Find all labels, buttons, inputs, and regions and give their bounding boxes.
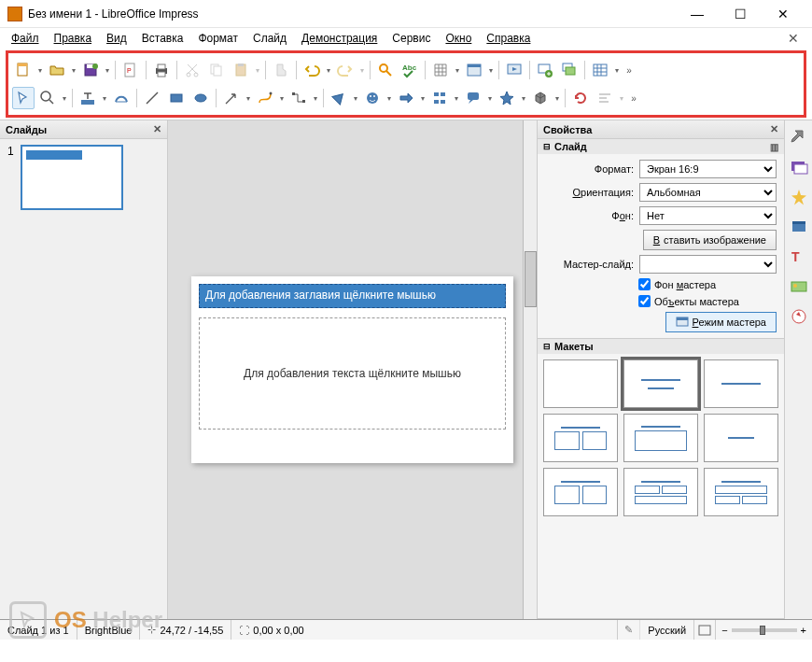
menu-slideshow[interactable]: Демонстрация [296,30,383,47]
block-arrows-tool[interactable] [395,87,417,109]
curves-dropdown[interactable]: ▾ [278,94,286,103]
slide-canvas[interactable]: Для добавления заглавия щёлкните мышью Д… [191,276,513,463]
save-button[interactable] [79,59,102,81]
block-arrows-dropdown[interactable]: ▾ [419,94,427,103]
cut-button[interactable] [181,59,203,81]
slide-thumbnail-1[interactable] [21,145,123,210]
symbol-shapes-dropdown[interactable]: ▾ [385,94,393,103]
align-dropdown[interactable]: ▾ [618,94,625,103]
insert-slide-button[interactable] [534,59,556,81]
orientation-select[interactable]: Альбомная [639,183,777,202]
redo-button[interactable] [334,59,357,81]
redo-dropdown[interactable]: ▾ [358,66,366,75]
layout-blank[interactable] [543,359,618,408]
sidebar-tab-animation[interactable] [790,188,808,206]
callouts-dropdown[interactable]: ▾ [486,94,494,103]
layout-title-content[interactable] [623,359,698,408]
sidebar-tab-styles[interactable]: T [790,247,808,266]
master-slide-select[interactable] [639,255,777,274]
master-objects-checkbox[interactable]: Объекты мастера [638,295,777,307]
undo-dropdown[interactable]: ▾ [325,66,332,75]
stars-dropdown[interactable]: ▾ [520,94,527,103]
layout-title-only[interactable] [704,359,778,408]
select-tool[interactable] [12,87,35,109]
menu-format[interactable]: Формат [192,30,244,47]
menu-insert[interactable]: Вставка [136,30,189,47]
connectors-tool[interactable] [287,87,310,109]
flowchart-dropdown[interactable]: ▾ [453,94,460,103]
paste-button[interactable] [230,59,252,81]
open-dropdown[interactable]: ▾ [70,66,77,75]
layout-title-two-content-v[interactable] [543,468,618,516]
sidebar-tab-navigator[interactable] [790,307,808,326]
editor-vertical-scrollbar[interactable] [523,120,537,619]
insert-textbox-dropdown[interactable]: ▾ [101,94,108,103]
menu-help[interactable]: Справка [481,30,536,47]
maximize-button[interactable]: ☐ [719,0,762,28]
duplicate-slide-button[interactable] [558,59,581,81]
slides-thumbnail-area[interactable]: 1 [0,139,167,619]
zoom-slider[interactable]: − + [716,625,812,636]
minimize-button[interactable]: — [676,0,719,28]
3d-objects-dropdown[interactable]: ▾ [553,94,561,103]
grid-dropdown[interactable]: ▾ [454,66,461,75]
insert-table-button[interactable] [589,59,611,81]
spellcheck-button[interactable]: Abc [399,59,421,81]
close-button[interactable]: ✕ [762,0,805,28]
zoom-out-icon[interactable]: − [721,625,727,636]
sidebar-tab-master-slides[interactable] [790,218,808,236]
slide-editor[interactable]: Для добавления заглавия щёлкните мышью Д… [168,120,537,619]
basic-shapes-dropdown[interactable]: ▾ [352,94,359,103]
layout-title-1-over-2[interactable] [704,468,778,516]
new-doc-button[interactable] [12,59,35,81]
paste-dropdown[interactable]: ▾ [254,66,261,75]
menu-view[interactable]: Вид [101,30,133,47]
body-placeholder[interactable]: Для добавления текста щёлкните мышью [199,317,506,430]
layout-content-only[interactable] [623,414,698,462]
title-placeholder[interactable]: Для добавления заглавия щёлкните мышью [199,284,506,308]
align-objects-tool[interactable] [594,87,616,109]
slide-section-header[interactable]: ⊟ Слайд ▥ [538,139,784,154]
flowchart-tool[interactable] [428,87,451,109]
new-doc-dropdown[interactable]: ▾ [36,66,44,75]
3d-objects-tool[interactable] [529,87,552,109]
open-button[interactable] [46,59,68,81]
slide-section-more-icon[interactable]: ▥ [770,142,778,152]
grid-button[interactable] [429,59,452,81]
insert-textbox-button[interactable] [77,87,99,109]
curves-tool[interactable] [254,87,276,109]
callouts-tool[interactable] [462,87,484,109]
zoom-in-icon[interactable]: + [801,625,806,636]
zoom-dropdown[interactable]: ▾ [61,94,68,103]
symbol-shapes-tool[interactable] [361,87,384,109]
master-mode-button[interactable]: Режим мастера [665,312,777,332]
properties-close-icon[interactable]: ✕ [770,123,778,135]
layout-title-2-over-1[interactable] [623,468,698,516]
status-fit-page-icon[interactable] [694,620,716,640]
insert-image-button[interactable]: Вставить изображение [643,230,777,250]
lines-arrows-dropdown[interactable]: ▾ [245,94,252,103]
menu-window[interactable]: Окно [440,30,477,47]
master-bg-checkbox[interactable]: Фон мастера [638,278,777,290]
format-select[interactable]: Экран 16:9 [639,160,777,178]
menu-file[interactable]: Файл [6,30,45,47]
sidebar-tab-properties[interactable] [790,128,808,147]
sidebar-tab-gallery[interactable] [790,277,808,296]
undo-button[interactable] [301,59,323,81]
menu-slide[interactable]: Слайд [247,30,292,47]
insert-table-dropdown[interactable]: ▾ [613,66,621,75]
document-close-button[interactable]: ✕ [780,31,806,46]
lines-arrows-tool[interactable] [220,87,243,109]
copy-button[interactable] [205,59,228,81]
ellipse-tool[interactable] [189,87,212,109]
toolbar-overflow[interactable]: » [623,65,636,76]
layouts-section-header[interactable]: ⊟ Макеты [538,339,784,354]
rectangle-tool[interactable] [165,87,188,109]
connectors-dropdown[interactable]: ▾ [312,94,319,103]
export-pdf-button[interactable]: P [119,59,142,81]
insert-fontwork-button[interactable] [110,87,133,109]
basic-shapes-tool[interactable] [328,87,350,109]
line-tool[interactable] [141,87,163,109]
display-views-button[interactable] [463,59,485,81]
save-dropdown[interactable]: ▾ [104,66,111,75]
